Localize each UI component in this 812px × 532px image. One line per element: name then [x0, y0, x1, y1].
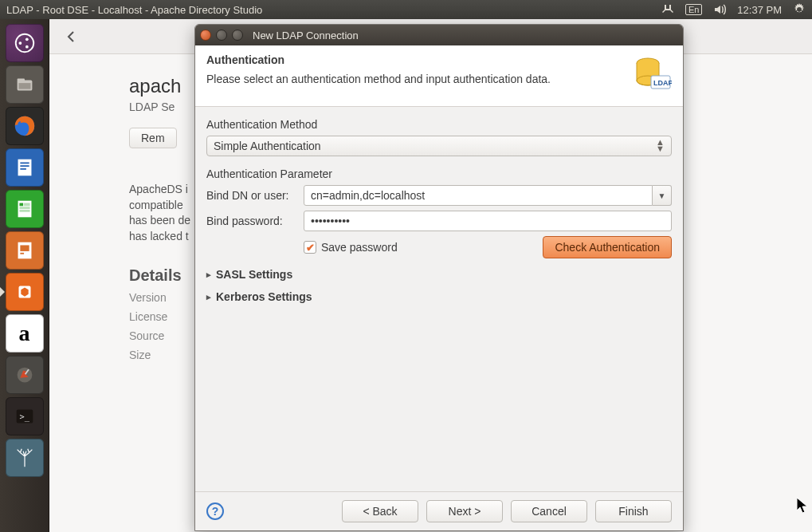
- launcher-firefox[interactable]: [6, 107, 44, 145]
- bind-dn-label: Bind DN or user:: [206, 189, 296, 202]
- indicator-area: En 12:37 PM: [661, 3, 806, 16]
- svg-point-2: [25, 37, 28, 41]
- save-password-label: Save password: [321, 241, 398, 254]
- back-button[interactable]: [61, 26, 83, 48]
- auth-param-label: Authentication Parameter: [206, 167, 672, 180]
- bg-desc-line: has lacked t: [129, 229, 190, 245]
- window-minimize-button[interactable]: [216, 30, 227, 41]
- dialog-header-title: Authentication: [206, 53, 619, 66]
- network-icon[interactable]: [661, 3, 674, 16]
- bind-password-input[interactable]: [304, 211, 672, 231]
- svg-text:>_: >_: [19, 412, 29, 422]
- kerberos-label: Kerberos Settings: [216, 290, 312, 303]
- dialog-footer: ? < Back Next > Cancel Finish: [195, 491, 683, 530]
- save-password-checkbox[interactable]: ✔: [304, 241, 316, 254]
- sound-icon[interactable]: [713, 3, 726, 16]
- svg-rect-18: [20, 245, 29, 251]
- bind-dn-input[interactable]: [304, 185, 653, 206]
- clock[interactable]: 12:37 PM: [737, 4, 782, 16]
- auth-method-combo[interactable]: Simple Authentication ▲▼: [206, 136, 672, 156]
- bind-dn-history-dropdown[interactable]: ▼: [653, 185, 672, 206]
- launcher-amazon[interactable]: a: [6, 314, 44, 353]
- launcher-dash[interactable]: [6, 24, 44, 62]
- chevron-right-icon: ▸: [206, 270, 211, 280]
- finish-button[interactable]: Finish: [595, 500, 672, 522]
- kerberos-settings-expander[interactable]: ▸ Kerberos Settings: [206, 290, 672, 303]
- cancel-button[interactable]: Cancel: [511, 500, 587, 522]
- launcher-software-center[interactable]: [6, 273, 44, 311]
- svg-point-3: [25, 45, 28, 49]
- top-menu-bar: LDAP - Root DSE - Localhost - Apache Dir…: [0, 0, 812, 19]
- svg-rect-9: [20, 162, 29, 164]
- launcher-impress[interactable]: [6, 231, 44, 270]
- svg-rect-16: [19, 210, 29, 212]
- window-title: LDAP - Root DSE - Localhost - Apache Dir…: [6, 4, 661, 16]
- svg-rect-11: [20, 168, 26, 170]
- svg-rect-14: [24, 203, 30, 207]
- sasl-settings-expander[interactable]: ▸ SASL Settings: [206, 268, 672, 281]
- svg-point-0: [15, 34, 33, 53]
- keyboard-indicator[interactable]: En: [685, 4, 702, 15]
- window-maximize-button[interactable]: [232, 30, 243, 41]
- window-close-button[interactable]: [200, 30, 211, 41]
- chevron-right-icon: ▸: [206, 292, 211, 302]
- svg-rect-19: [20, 253, 24, 254]
- bind-password-label: Bind password:: [206, 215, 296, 227]
- svg-rect-5: [17, 79, 24, 82]
- launcher-calc[interactable]: [6, 190, 44, 228]
- launcher-tree[interactable]: [6, 439, 44, 477]
- svg-text:LDAP: LDAP: [653, 79, 672, 87]
- dialog-header-desc: Please select an authentication method a…: [206, 73, 619, 85]
- launcher-terminal[interactable]: >_: [6, 397, 44, 435]
- ldap-icon: LDAP: [630, 53, 672, 95]
- launcher-writer[interactable]: [6, 148, 44, 187]
- remove-button[interactable]: Rem: [129, 128, 177, 148]
- help-button[interactable]: ?: [206, 502, 224, 520]
- svg-rect-15: [19, 207, 29, 209]
- check-authentication-button[interactable]: Check Authentication: [543, 236, 672, 258]
- auth-method-value: Simple Authentication: [214, 140, 321, 152]
- dialog-body: Authentication Method Simple Authenticat…: [195, 107, 683, 491]
- svg-rect-13: [19, 203, 23, 207]
- gear-icon[interactable]: [793, 3, 806, 16]
- dialog-title: New LDAP Connection: [253, 30, 359, 41]
- svg-rect-8: [18, 160, 31, 176]
- launcher-settings[interactable]: [6, 356, 44, 394]
- unity-launcher: a >_: [0, 19, 49, 532]
- auth-method-label: Authentication Method: [206, 118, 672, 131]
- svg-rect-6: [18, 83, 30, 89]
- back-button[interactable]: < Back: [342, 500, 418, 522]
- svg-point-1: [18, 41, 22, 45]
- svg-rect-10: [20, 165, 29, 167]
- combo-updown-icon: ▲▼: [656, 140, 665, 152]
- next-button[interactable]: Next >: [426, 500, 503, 522]
- launcher-files[interactable]: [6, 65, 44, 104]
- new-ldap-connection-dialog: New LDAP Connection Authentication Pleas…: [194, 24, 684, 531]
- sasl-label: SASL Settings: [216, 268, 292, 281]
- dialog-titlebar[interactable]: New LDAP Connection: [195, 25, 683, 45]
- dialog-header: Authentication Please select an authenti…: [195, 45, 683, 107]
